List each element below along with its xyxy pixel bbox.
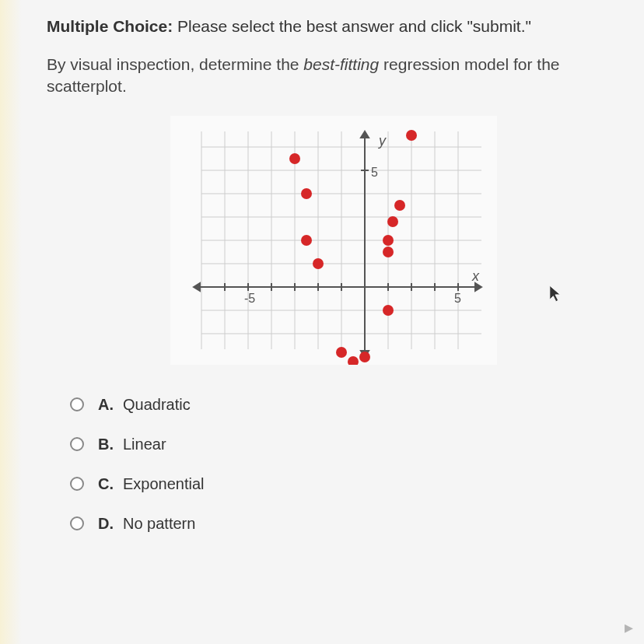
radio-icon[interactable] — [70, 516, 84, 530]
question-text: By visual inspection, determine the best… — [47, 54, 621, 96]
scatter-svg: y x 5 -5 5 — [170, 116, 497, 365]
radio-icon[interactable] — [70, 397, 84, 411]
xtick-neg5: -5 — [244, 292, 255, 305]
option-c[interactable]: C. Exponential — [70, 475, 621, 493]
option-letter: B. — [98, 436, 115, 453]
data-point — [348, 356, 359, 365]
question-prefix: By visual inspection, determine the — [47, 55, 303, 73]
header-instruction: Please select the best answer and click … — [177, 17, 531, 35]
question-page: Multiple Choice: Please select the best … — [0, 0, 644, 644]
option-text: Quadratic — [123, 396, 191, 414]
data-point — [336, 347, 347, 358]
scatterplot: y x 5 -5 5 — [170, 116, 497, 365]
header-label: Multiple Choice: — [47, 17, 173, 35]
answer-options: A. Quadratic B. Linear C. Exponential D.… — [47, 396, 621, 533]
option-letter: C. — [98, 475, 115, 493]
radio-icon[interactable] — [70, 477, 84, 491]
option-letter: D. — [98, 515, 115, 533]
radio-icon[interactable] — [70, 437, 84, 451]
option-text: Exponential — [123, 475, 205, 493]
data-point — [406, 130, 417, 141]
ytick-5: 5 — [371, 166, 378, 179]
y-axis-label: y — [377, 133, 387, 149]
data-point — [383, 305, 394, 316]
data-point — [383, 235, 394, 246]
data-point — [359, 352, 370, 362]
option-text: Linear — [123, 436, 166, 453]
svg-marker-25 — [361, 131, 369, 138]
data-point — [313, 258, 324, 269]
left-glare — [0, 0, 22, 644]
question-emphasis: best-fitting — [303, 55, 379, 73]
option-d[interactable]: D. No pattern — [70, 515, 621, 533]
option-letter: A. — [98, 396, 115, 414]
data-point — [289, 153, 300, 164]
svg-marker-22 — [475, 283, 481, 291]
option-b[interactable]: B. Linear — [70, 436, 621, 453]
footer-nav: ▸ — [625, 618, 633, 638]
nav-next-icon[interactable]: ▸ — [625, 618, 633, 638]
data-point — [383, 247, 394, 257]
data-point — [301, 188, 312, 199]
option-text: No pattern — [123, 515, 195, 533]
question-header: Multiple Choice: Please select the best … — [47, 16, 621, 37]
data-point — [387, 216, 398, 227]
x-axis-label: x — [471, 268, 480, 284]
scatter-points — [289, 130, 417, 365]
data-point — [394, 200, 405, 211]
data-point — [301, 235, 312, 246]
cursor-icon — [548, 284, 562, 304]
option-a[interactable]: A. Quadratic — [70, 396, 621, 414]
svg-marker-23 — [194, 283, 200, 291]
xtick-pos5: 5 — [454, 292, 461, 305]
